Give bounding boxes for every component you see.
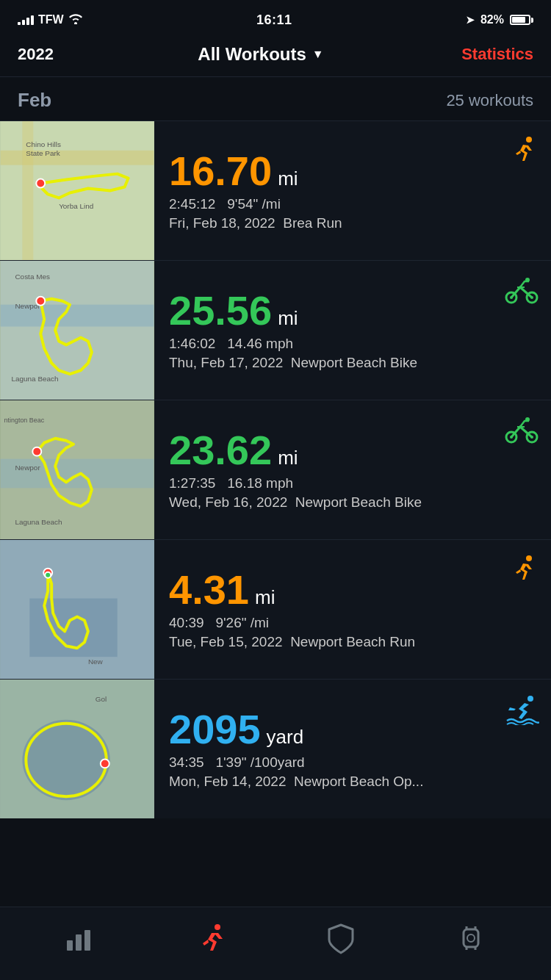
tab-stats[interactable]	[15, 924, 145, 952]
svg-point-37	[22, 720, 109, 800]
workout-item[interactable]: Gol	[0, 679, 551, 818]
tab-bar	[0, 907, 551, 980]
gps-icon: ➤	[466, 14, 475, 26]
svg-point-6	[36, 179, 45, 188]
tab-run[interactable]	[145, 922, 276, 954]
workout-stats: 1:27:35 16.18 mph	[169, 475, 539, 491]
workout-distance: 16.70 mi	[169, 151, 539, 192]
distance-number: 4.31	[169, 569, 249, 610]
distance-number: 23.62	[169, 430, 272, 471]
svg-text:Gol: Gol	[96, 695, 107, 703]
status-right: ➤ 82%	[466, 13, 533, 26]
svg-rect-46	[464, 929, 478, 947]
swim-icon	[504, 693, 539, 732]
svg-point-45	[215, 924, 220, 930]
tab-shield[interactable]	[276, 922, 406, 954]
svg-text:Costa Mes: Costa Mes	[15, 273, 50, 281]
svg-point-7	[526, 137, 532, 143]
svg-text:New: New	[88, 657, 104, 666]
svg-point-51	[467, 934, 475, 942]
section-month: Feb	[18, 89, 51, 112]
workout-info: Tue, Feb 15, 2022 Newport Beach Run	[169, 634, 539, 650]
distance-number: 2095	[169, 709, 261, 750]
workout-distance: 23.62 mi	[169, 430, 539, 471]
workout-info: Fri, Feb 18, 2022 Brea Run	[169, 215, 539, 231]
svg-point-40	[101, 759, 109, 768]
workout-stats: 34:35 1'39" /100yard	[169, 754, 539, 771]
map-thumbnail: Costa Mes Newpor Laguna Beach	[0, 261, 154, 400]
svg-point-24	[32, 447, 41, 456]
carrier-label: TFW	[38, 13, 64, 26]
distance-unit: mi	[278, 447, 298, 469]
workout-item[interactable]: ntington Beac Newpor Laguna Beach	[0, 400, 551, 539]
distance-unit: mi	[278, 167, 298, 190]
workout-list: Chino Hills State Park Yorba Lind	[0, 120, 551, 818]
workout-stats: 40:39 9'26" /mi	[169, 615, 539, 631]
svg-text:ntington Beac: ntington Beac	[4, 417, 45, 424]
workout-details: 2095 yard 34:35 1'39" /100yard Mon, Feb …	[154, 680, 551, 818]
workout-filter[interactable]: All Workouts ▼	[198, 44, 323, 65]
status-bar: TFW 16:11 ➤ 82%	[0, 0, 551, 37]
workout-info: Mon, Feb 14, 2022 Newport Beach Op...	[169, 774, 539, 790]
time-display: 16:11	[256, 12, 292, 28]
svg-rect-42	[67, 940, 73, 951]
svg-text:Laguna Beach: Laguna Beach	[11, 375, 58, 383]
svg-point-29	[525, 417, 530, 422]
workout-info: Wed, Feb 16, 2022 Newport Beach Bike	[169, 494, 539, 511]
workout-details: 23.62 mi 1:27:35 16.18 mph Wed, Feb 16, …	[154, 400, 551, 539]
distance-unit: yard	[267, 726, 304, 749]
workout-distance: 25.56 mi	[169, 290, 539, 331]
svg-rect-44	[84, 930, 90, 951]
workout-info: Thu, Feb 17, 2022 Newport Beach Bike	[169, 355, 539, 371]
status-left: TFW	[18, 13, 83, 27]
svg-point-18	[525, 278, 530, 282]
all-workouts-label: All Workouts	[198, 44, 306, 65]
workout-item[interactable]: New 4.31 mi	[0, 539, 551, 679]
workout-details: 4.31 mi 40:39 9'26" /mi Tue, Feb 15, 202…	[154, 540, 551, 679]
bike-icon	[504, 274, 539, 314]
section-count: 25 workouts	[446, 91, 533, 110]
svg-rect-43	[76, 934, 82, 951]
workout-item[interactable]: Costa Mes Newpor Laguna Beach	[0, 260, 551, 400]
run-icon	[507, 553, 539, 593]
svg-text:Chino Hills: Chino Hills	[26, 140, 61, 148]
workout-details: 16.70 mi 2:45:12 9'54" /mi Fri, Feb 18, …	[154, 121, 551, 260]
svg-text:Yorba Lind: Yorba Lind	[59, 202, 93, 210]
map-thumbnail: ntington Beac Newpor Laguna Beach	[0, 400, 154, 539]
tab-watch[interactable]	[406, 922, 537, 954]
bike-icon	[504, 414, 539, 453]
year-label: 2022	[18, 45, 76, 64]
chevron-down-icon: ▼	[312, 48, 324, 61]
map-thumbnail: Gol	[0, 680, 154, 818]
signal-icon	[18, 15, 34, 25]
workout-distance: 2095 yard	[169, 709, 539, 750]
distance-unit: mi	[278, 307, 298, 330]
svg-point-34	[45, 572, 51, 578]
distance-number: 16.70	[169, 151, 272, 192]
svg-text:Laguna Beach: Laguna Beach	[15, 518, 62, 526]
workout-stats: 1:46:02 14.46 mph	[169, 336, 539, 352]
battery-icon	[510, 15, 533, 25]
distance-number: 25.56	[169, 290, 272, 331]
workout-stats: 2:45:12 9'54" /mi	[169, 196, 539, 212]
battery-percent: 82%	[480, 13, 504, 26]
statistics-button[interactable]: Statistics	[445, 45, 533, 64]
run-icon	[507, 134, 539, 174]
workout-details: 25.56 mi 1:46:02 14.46 mph Thu, Feb 17, …	[154, 261, 551, 400]
distance-unit: mi	[255, 586, 275, 609]
workout-distance: 4.31 mi	[169, 569, 539, 610]
map-thumbnail: Chino Hills State Park Yorba Lind	[0, 121, 154, 260]
wifi-icon	[68, 13, 83, 27]
map-thumbnail: New	[0, 540, 154, 679]
svg-text:Newpor: Newpor	[15, 464, 40, 472]
workout-item[interactable]: Chino Hills State Park Yorba Lind	[0, 120, 551, 260]
svg-point-35	[526, 555, 532, 561]
nav-header: 2022 All Workouts ▼ Statistics	[0, 37, 551, 77]
svg-point-13	[36, 297, 45, 306]
section-header: Feb 25 workouts	[0, 77, 551, 120]
svg-text:State Park: State Park	[26, 149, 60, 157]
svg-point-41	[527, 696, 533, 702]
